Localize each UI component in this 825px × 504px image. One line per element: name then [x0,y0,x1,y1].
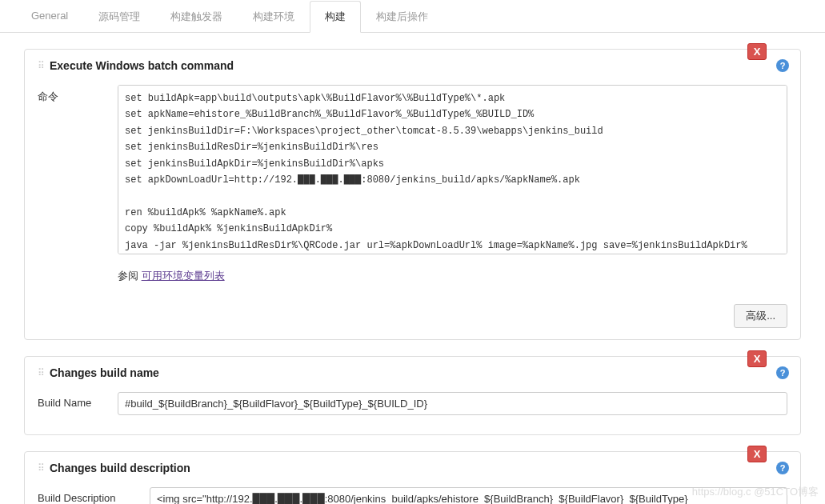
step-execute-windows-batch: X ⠿ Execute Windows batch command ? 命令 参… [24,49,801,340]
build-name-label: Build Name [38,392,118,409]
help-icon[interactable]: ? [776,462,789,474]
step-changes-build-name: X ⠿ Changes build name ? Build Name [24,356,801,435]
tab-environment[interactable]: 构建环境 [238,1,310,33]
env-vars-link[interactable]: 可用环境变量列表 [142,270,225,282]
help-icon[interactable]: ? [776,59,789,72]
drag-handle-icon[interactable]: ⠿ [38,462,43,474]
build-description-label: Build Description [38,487,150,504]
advanced-button[interactable]: 高级... [734,304,787,328]
tab-general[interactable]: General [16,1,83,33]
watermark: https://blog.c @51CTO博客 [692,485,819,499]
build-steps-container: X ⠿ Execute Windows batch command ? 命令 参… [0,33,825,504]
refer-prefix: 参阅 [118,270,142,282]
command-label: 命令 [38,85,118,104]
tab-build[interactable]: 构建 [310,1,361,33]
drag-handle-icon[interactable]: ⠿ [38,367,43,378]
drag-handle-icon[interactable]: ⠿ [38,60,43,71]
help-icon[interactable]: ? [776,366,789,379]
step-title: Changes build description [50,462,190,474]
tab-post-build[interactable]: 构建后操作 [361,1,443,33]
build-name-input[interactable] [118,392,787,415]
tab-source-control[interactable]: 源码管理 [83,1,155,33]
config-tabs: General 源码管理 构建触发器 构建环境 构建 构建后操作 [0,0,825,33]
command-textarea[interactable] [118,85,787,254]
step-title: Execute Windows batch command [50,59,234,72]
step-changes-build-description: X ⠿ Changes build description ? Build De… [24,451,801,504]
step-title: Changes build name [50,366,159,379]
tab-triggers[interactable]: 构建触发器 [155,1,238,33]
